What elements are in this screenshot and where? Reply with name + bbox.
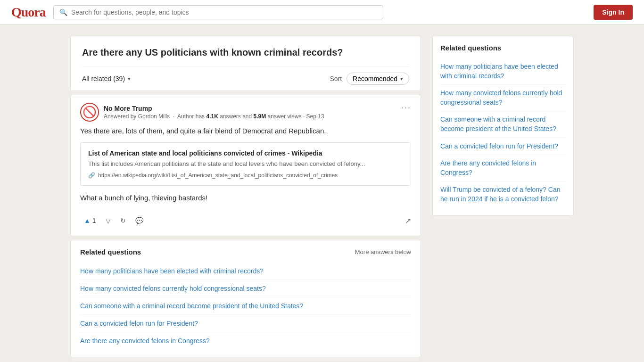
sort-label: Sort — [330, 75, 342, 82]
related-link-1[interactable]: How many politicians have been elected w… — [80, 263, 411, 280]
upvote-count: 1 — [92, 217, 96, 224]
author-info: No More Trump Answered by Gordon Mills ·… — [80, 103, 324, 122]
related-link-3[interactable]: Can someone with a criminal record becom… — [80, 297, 411, 315]
share-button[interactable]: ↗ — [405, 216, 411, 225]
sidebar: Related questions How many politicians h… — [432, 36, 574, 362]
sidebar-link-6[interactable]: Will Trump be convicted of a felony? Can… — [440, 181, 566, 207]
reshare-icon: ↻ — [120, 217, 126, 224]
sidebar-title: Related questions — [440, 44, 566, 52]
related-inline-header: Related questions More answers below — [80, 248, 411, 256]
comment-icon: 💬 — [135, 217, 143, 224]
question-title: Are there any US politicians with known … — [82, 46, 409, 59]
sidebar-link-3[interactable]: Can someone with a criminal record becom… — [440, 111, 566, 138]
answer-count: 4.1K — [206, 113, 218, 120]
page-content: Are there any US politicians with known … — [63, 25, 581, 362]
search-icon: 🔍 — [59, 8, 67, 16]
wiki-url: 🔗 https://en.wikipedia.org/wiki/List_of_… — [88, 172, 403, 179]
header: Quora 🔍 Sign In — [0, 0, 644, 25]
wiki-title: List of American state and local politic… — [88, 149, 403, 157]
author-name[interactable]: No More Trump — [104, 105, 324, 112]
sidebar-link-5[interactable]: Are there any convicted felons in Congre… — [440, 155, 566, 181]
quora-logo[interactable]: Quora — [11, 5, 46, 20]
sort-value: Recommended — [353, 75, 397, 82]
sort-dropdown[interactable]: Recommended ▾ — [347, 73, 409, 85]
more-options-button[interactable]: ··· — [401, 103, 411, 113]
sidebar-link-1[interactable]: How many politicians have been elected w… — [440, 58, 566, 85]
action-bar: ▲ 1 ▽ ↻ 💬 ↗ — [80, 210, 411, 228]
answer-text-1: Yes there are, lots of them, and quite a… — [80, 125, 411, 137]
all-related-filter[interactable]: All related (39) ▾ — [82, 75, 131, 82]
upvote-icon: ▲ — [84, 217, 91, 224]
view-count: 5.9M — [254, 113, 266, 120]
answer-text-2: What a bunch of lying, thieving bastards… — [80, 192, 411, 204]
answer-section: No More Trump Answered by Gordon Mills ·… — [70, 95, 421, 236]
related-link-5[interactable]: Are there any convicted felons in Congre… — [80, 332, 411, 349]
comment-button[interactable]: 💬 — [132, 215, 147, 226]
chevron-down-icon: ▾ — [400, 76, 403, 82]
search-input[interactable] — [71, 8, 377, 16]
sidebar-link-2[interactable]: How many convicted felons currently hold… — [440, 85, 566, 111]
answered-by-prefix: Answered by Gordon Mills — [104, 113, 170, 120]
sidebar-link-4[interactable]: Can a convicted felon run for President? — [440, 138, 566, 156]
more-answers-label: More answers below — [355, 248, 411, 255]
wikipedia-link-card[interactable]: List of American state and local politic… — [80, 142, 411, 186]
chevron-down-icon: ▾ — [128, 76, 131, 82]
sign-in-button[interactable]: Sign In — [594, 5, 633, 20]
main-column: Are there any US politicians with known … — [70, 36, 421, 362]
related-questions-inline: Related questions More answers below How… — [70, 240, 421, 357]
wiki-description: This list includes American politicians … — [88, 160, 403, 168]
sidebar-card: Related questions How many politicians h… — [432, 36, 574, 216]
related-inline-title: Related questions — [80, 248, 141, 256]
related-link-2[interactable]: How many convicted felons currently hold… — [80, 280, 411, 297]
related-link-4[interactable]: Can a convicted felon run for President? — [80, 315, 411, 332]
downvote-icon: ▽ — [106, 217, 111, 224]
answer-date: Sep 13 — [306, 113, 324, 120]
reshare-button[interactable]: ↻ — [116, 215, 130, 226]
upvote-button[interactable]: ▲ 1 — [80, 215, 100, 226]
sort-section: Sort Recommended ▾ — [330, 73, 409, 85]
author-details: No More Trump Answered by Gordon Mills ·… — [104, 105, 324, 120]
avatar — [80, 103, 99, 122]
all-related-label: All related (39) — [82, 75, 125, 82]
author-meta: Answered by Gordon Mills · Author has 4.… — [104, 113, 324, 120]
search-bar[interactable]: 🔍 — [53, 5, 383, 19]
link-icon: 🔗 — [88, 172, 95, 179]
filter-bar: All related (39) ▾ Sort Recommended ▾ — [82, 66, 409, 90]
question-card: Are there any US politicians with known … — [70, 36, 421, 91]
answer-header: No More Trump Answered by Gordon Mills ·… — [80, 103, 411, 122]
share-icon: ↗ — [405, 217, 411, 225]
downvote-button[interactable]: ▽ — [102, 215, 115, 226]
wiki-url-text: https://en.wikipedia.org/wiki/List_of_Am… — [98, 172, 338, 179]
